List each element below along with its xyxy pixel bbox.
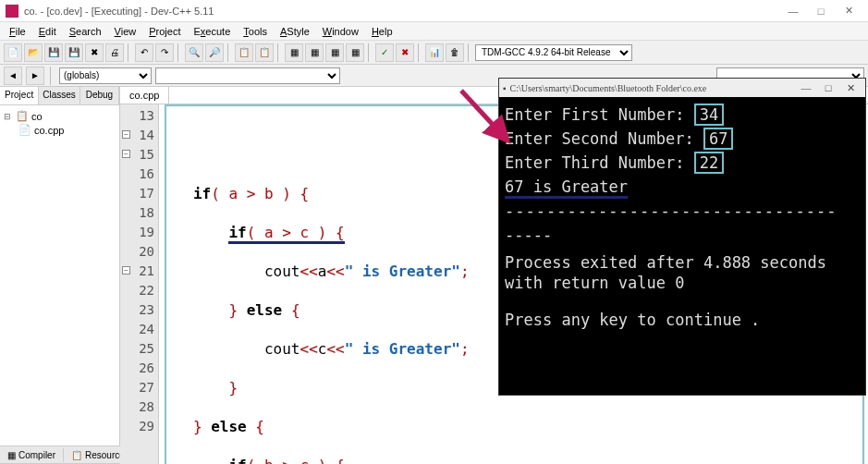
delete-icon[interactable]: 🗑 xyxy=(446,43,464,62)
print-icon[interactable]: 🖨 xyxy=(105,43,124,62)
console-maximize[interactable]: □ xyxy=(817,82,839,93)
menu-view[interactable]: View xyxy=(109,24,142,39)
tab-classes[interactable]: Classes xyxy=(39,87,80,104)
separator xyxy=(50,67,54,85)
window-title: co. - [co.dev] - [Executing] - Dev-C++ 5… xyxy=(24,6,779,17)
tab-debug[interactable]: Debug xyxy=(80,87,119,104)
tab-project[interactable]: Project xyxy=(0,87,39,104)
menu-search[interactable]: Search xyxy=(64,24,107,39)
open-icon[interactable]: 📂 xyxy=(24,43,43,62)
console-titlebar: ▪ C:\Users\smarty\Documents\Bluetooth Fo… xyxy=(499,79,865,97)
menu-project[interactable]: Project xyxy=(143,24,186,39)
menu-bar: File Edit Search View Project Execute To… xyxy=(0,22,868,41)
separator xyxy=(128,43,131,62)
menu-tools[interactable]: Tools xyxy=(238,24,273,39)
find-icon[interactable]: 🔍 xyxy=(185,43,203,62)
separator xyxy=(227,43,231,62)
back-icon[interactable]: ◄ xyxy=(4,67,22,85)
forward-icon[interactable]: ► xyxy=(26,67,44,85)
menu-edit[interactable]: Edit xyxy=(33,24,62,39)
compiler-select[interactable]: TDM-GCC 4.9.2 64-bit Release xyxy=(475,44,632,61)
console-icon: ▪ xyxy=(503,83,507,93)
menu-astyle[interactable]: AStyle xyxy=(275,24,315,39)
stop-icon[interactable]: ✖ xyxy=(396,43,414,62)
app-icon xyxy=(6,5,18,18)
title-bar: co. - [co.dev] - [Executing] - Dev-C++ 5… xyxy=(0,0,868,22)
close-button[interactable]: ✕ xyxy=(835,2,862,20)
compile-icon[interactable]: ▦ xyxy=(285,43,303,62)
save-icon[interactable]: 💾 xyxy=(44,43,63,62)
profile-icon[interactable]: 📊 xyxy=(425,43,444,62)
tree-file[interactable]: 📄 co.cpp xyxy=(4,123,116,137)
separator xyxy=(368,43,372,62)
run-icon[interactable]: ▦ xyxy=(305,43,324,62)
rebuild-icon[interactable]: ▦ xyxy=(346,43,364,62)
goto-icon[interactable]: 📋 xyxy=(235,43,253,62)
menu-window[interactable]: Window xyxy=(317,24,364,39)
minimize-button[interactable]: — xyxy=(779,2,807,20)
redo-icon[interactable]: ↷ xyxy=(155,43,174,62)
gutter: 13 −14 −15 16 17 18 19 20 −21 22 23 24 2… xyxy=(120,104,159,464)
menu-help[interactable]: Help xyxy=(366,24,398,39)
console-window: ▪ C:\Users\smarty\Documents\Bluetooth Fo… xyxy=(498,78,866,396)
console-close[interactable]: ✕ xyxy=(839,82,862,94)
tree-root[interactable]: ⊟📋 co xyxy=(4,109,116,123)
sidebar: Project Classes Debug ⊟📋 co 📄 co.cpp xyxy=(0,87,120,446)
compile-run-icon[interactable]: ▦ xyxy=(325,43,344,62)
menu-execute[interactable]: Execute xyxy=(189,24,237,39)
close-file-icon[interactable]: ✖ xyxy=(85,43,104,62)
console-output: Enter First Number: 34 Enter Second Numb… xyxy=(499,97,865,337)
separator xyxy=(468,43,471,62)
btab-compiler[interactable]: ▦ Compiler xyxy=(0,448,64,462)
separator xyxy=(177,43,181,62)
toolbar-main: 📄 📂 💾 💾 ✖ 🖨 ↶ ↷ 🔍 🔎 📋 📋 ▦ ▦ ▦ ▦ ✓ ✖ 📊 🗑 … xyxy=(0,41,868,65)
file-tab-active[interactable]: co.cpp xyxy=(120,87,169,104)
console-title-text: C:\Users\smarty\Documents\Bluetooth Fold… xyxy=(510,83,795,93)
member-select[interactable] xyxy=(155,67,340,84)
replace-icon[interactable]: 🔎 xyxy=(205,43,224,62)
menu-file[interactable]: File xyxy=(4,24,31,39)
undo-icon[interactable]: ↶ xyxy=(135,43,153,62)
new-icon[interactable]: 📄 xyxy=(4,43,22,62)
separator xyxy=(418,43,422,62)
maximize-button[interactable]: □ xyxy=(807,2,835,20)
project-tree: ⊟📋 co 📄 co.cpp xyxy=(0,105,119,140)
separator xyxy=(277,43,281,62)
debug-icon[interactable]: ✓ xyxy=(375,43,394,62)
console-minimize[interactable]: — xyxy=(795,82,817,93)
scope-select[interactable]: (globals) xyxy=(59,67,152,84)
saveall-icon[interactable]: 💾 xyxy=(65,43,83,62)
sidebar-tabs: Project Classes Debug xyxy=(0,87,119,105)
batch-icon[interactable]: 📋 xyxy=(255,43,274,62)
